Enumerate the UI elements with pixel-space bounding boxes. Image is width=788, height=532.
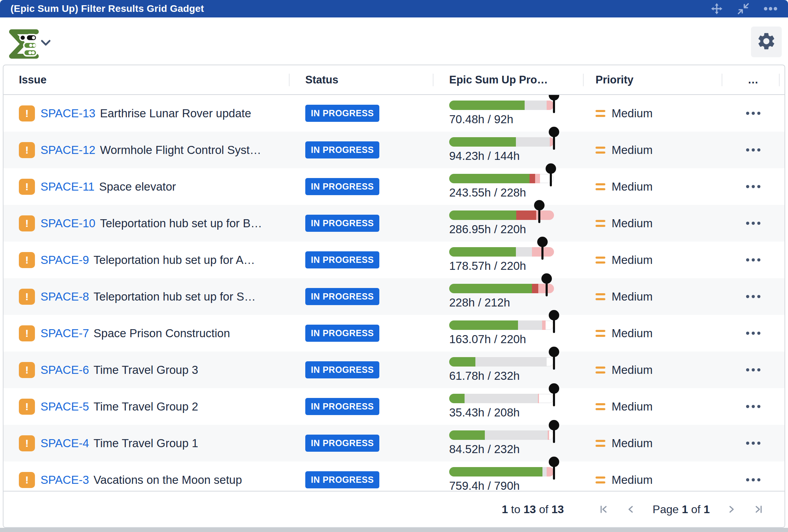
issue-type-icon: ! [19, 142, 35, 158]
issue-key-link[interactable]: SPACE-8 [41, 290, 89, 303]
row-more-actions-icon[interactable] [743, 365, 764, 375]
progress-hours-label: 84.52h / 232h [449, 443, 583, 456]
table-row: ! SPACE-4 Time Travel Group 1 IN PROGRES… [3, 425, 785, 461]
previous-page-icon[interactable] [623, 502, 639, 517]
progress-hours-label: 228h / 212h [449, 296, 583, 309]
first-page-icon[interactable] [596, 502, 611, 517]
gadget-title: (Epic Sum Up) Filter Results Grid Gadget [10, 3, 204, 14]
row-more-actions-icon[interactable] [743, 108, 764, 118]
issue-key-link[interactable]: SPACE-3 [41, 473, 89, 487]
status-cell: IN PROGRESS [289, 215, 433, 232]
column-header-issue[interactable]: Issue [3, 74, 289, 86]
issue-summary: Time Travel Group 1 [94, 437, 198, 450]
issue-key-link[interactable]: SPACE-10 [41, 217, 95, 230]
issue-cell: ! SPACE-8 Teleportation hub set up for S… [3, 289, 289, 305]
row-more-actions-icon[interactable] [743, 291, 764, 302]
status-badge: IN PROGRESS [305, 361, 379, 378]
row-more-actions-icon[interactable] [743, 182, 764, 192]
progress-pin [553, 421, 555, 443]
row-more-actions-icon[interactable] [743, 218, 764, 228]
epic-sum-up-logo[interactable] [6, 27, 40, 61]
progress-hours-label: 178.57h / 220h [449, 259, 583, 273]
column-header-priority[interactable]: Priority [583, 74, 722, 86]
move-icon[interactable] [710, 2, 723, 15]
progress-bar [449, 467, 554, 476]
chevron-down-icon[interactable] [41, 39, 51, 48]
row-more-actions-icon[interactable] [743, 328, 764, 338]
progress-bar-wrap [449, 247, 554, 257]
row-more-actions-icon[interactable] [743, 475, 764, 485]
progress-cell: 243.55h / 228h [433, 174, 583, 199]
settings-button[interactable] [751, 27, 782, 57]
issue-key-link[interactable]: SPACE-7 [41, 327, 89, 340]
priority-medium-icon [596, 293, 605, 300]
issue-summary: Teleportation hub set up for A… [94, 253, 255, 267]
issue-cell: ! SPACE-7 Space Prison Construction [3, 325, 289, 341]
issue-key-link[interactable]: SPACE-11 [41, 180, 95, 193]
progress-bar [449, 284, 554, 293]
table-row: ! SPACE-7 Space Prison Construction IN P… [3, 315, 785, 352]
table-row: ! SPACE-5 Time Travel Group 2 IN PROGRES… [3, 388, 785, 425]
column-header-actions[interactable]: … [722, 74, 785, 86]
status-cell: IN PROGRESS [289, 361, 433, 378]
progress-pin [553, 311, 555, 333]
issue-key-link[interactable]: SPACE-12 [41, 143, 95, 157]
issue-type-icon: ! [19, 252, 35, 268]
priority-label: Medium [612, 437, 652, 450]
priority-medium-icon [596, 476, 605, 483]
status-badge: IN PROGRESS [305, 288, 379, 305]
row-more-actions-icon[interactable] [743, 255, 764, 265]
progress-bar [449, 430, 554, 440]
title-bar-actions [710, 2, 778, 15]
range-total: 13 [552, 503, 564, 516]
priority-medium-icon [596, 330, 605, 337]
results-grid: Issue Status Epic Sum Up Pro… Priority …… [3, 65, 785, 528]
issue-summary: Vacations on the Moon setup [94, 473, 242, 487]
status-cell: IN PROGRESS [289, 288, 433, 305]
priority-cell: Medium [583, 363, 722, 377]
status-cell: IN PROGRESS [289, 471, 433, 488]
row-more-actions-icon[interactable] [743, 145, 764, 155]
progress-cell: 61.78h / 232h [433, 357, 583, 383]
next-page-icon[interactable] [724, 502, 739, 517]
page-label: Page [652, 503, 679, 516]
issue-cell: ! SPACE-11 Space elevator [3, 179, 289, 195]
more-icon[interactable] [764, 7, 778, 11]
row-more-actions-icon[interactable] [743, 438, 764, 448]
issue-cell: ! SPACE-4 Time Travel Group 1 [3, 435, 289, 451]
issue-cell: ! SPACE-12 Wormhole Flight Control Syst… [3, 142, 289, 158]
issue-type-icon: ! [19, 362, 35, 378]
issue-summary: Teleportation hub set up for B… [100, 217, 262, 230]
progress-hours-label: 94.23h / 144h [449, 149, 583, 163]
issue-cell: ! SPACE-13 Earthrise Lunar Rover update [3, 105, 289, 121]
issue-key-link[interactable]: SPACE-5 [41, 400, 89, 413]
row-more-actions-icon[interactable] [743, 401, 764, 412]
priority-cell: Medium [583, 107, 722, 120]
progress-cell: 94.23h / 144h [433, 137, 583, 163]
progress-pin [553, 127, 555, 150]
column-header-status[interactable]: Status [289, 74, 433, 86]
results-range: 1 to 13 of 13 [502, 503, 564, 516]
priority-cell: Medium [583, 290, 722, 303]
issue-key-link[interactable]: SPACE-4 [41, 437, 89, 450]
actions-cell [722, 438, 785, 448]
progress-bar [449, 394, 554, 403]
actions-cell [722, 145, 785, 155]
last-page-icon[interactable] [751, 502, 766, 517]
progress-pin [550, 164, 552, 186]
page-indicator: Page 1 of 1 [652, 503, 710, 516]
status-badge: IN PROGRESS [305, 178, 379, 195]
priority-label: Medium [612, 143, 652, 157]
issue-key-link[interactable]: SPACE-13 [41, 107, 95, 120]
progress-cell: 178.57h / 220h [433, 247, 583, 273]
issue-key-link[interactable]: SPACE-9 [41, 253, 89, 267]
issue-key-link[interactable]: SPACE-6 [41, 363, 89, 377]
progress-bar-wrap [449, 137, 554, 147]
collapse-icon[interactable] [737, 2, 750, 15]
status-cell: IN PROGRESS [289, 398, 433, 415]
table-row: ! SPACE-13 Earthrise Lunar Rover update … [3, 95, 785, 132]
priority-label: Medium [612, 253, 652, 267]
column-header-epic-sum-up-progress[interactable]: Epic Sum Up Pro… [433, 74, 583, 86]
priority-cell: Medium [583, 217, 722, 230]
issue-type-icon: ! [19, 215, 35, 231]
